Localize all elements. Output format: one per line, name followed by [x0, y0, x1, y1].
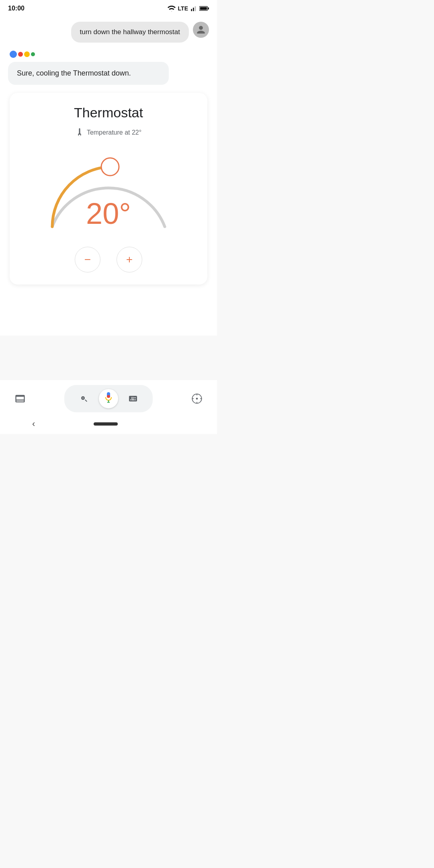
- svg-rect-1: [193, 8, 194, 11]
- compass-button[interactable]: [189, 391, 205, 407]
- battery-icon: [199, 6, 209, 11]
- dot-green: [31, 52, 35, 56]
- increase-temp-button[interactable]: +: [117, 247, 142, 272]
- status-time: 10:00: [8, 5, 25, 12]
- temp-display: 20°: [86, 197, 131, 231]
- bottom-bar: ‹: [0, 380, 217, 434]
- decrease-temp-button[interactable]: −: [75, 247, 100, 272]
- thermometer-icon: [76, 127, 84, 138]
- dot-red: [18, 52, 23, 57]
- assistant-bubble: Sure, cooling the Thermostat down.: [8, 62, 169, 85]
- thermostat-controls: − +: [75, 247, 142, 272]
- assistant-row: Sure, cooling the Thermostat down.: [8, 51, 209, 85]
- svg-point-7: [82, 397, 84, 399]
- svg-rect-0: [191, 9, 192, 11]
- dot-blue: [10, 51, 17, 58]
- dot-yellow: [24, 51, 30, 57]
- microphone-button[interactable]: [99, 389, 118, 408]
- thermostat-card: Thermostat Temperature at 22° 20° − +: [10, 93, 207, 285]
- user-avatar: [193, 22, 209, 38]
- nav-bar: ‹: [8, 417, 209, 431]
- lte-label: LTE: [178, 5, 188, 12]
- svg-point-6: [101, 158, 119, 176]
- input-toolbar: [64, 385, 153, 412]
- camera-search-button[interactable]: [76, 391, 92, 407]
- chat-area: turn down the hallway thermostat Sure, c…: [0, 15, 217, 336]
- signal-icon: [190, 5, 197, 12]
- user-bubble: turn down the hallway thermostat: [71, 22, 189, 43]
- svg-rect-4: [208, 7, 209, 9]
- thermostat-title: Thermostat: [74, 105, 143, 121]
- back-button[interactable]: ‹: [32, 419, 35, 429]
- inbox-button[interactable]: [12, 391, 28, 407]
- user-message-row: turn down the hallway thermostat: [8, 22, 209, 43]
- status-bar: 10:00 LTE: [0, 0, 217, 15]
- temp-label: Temperature at 22°: [87, 129, 141, 136]
- google-dots: [8, 51, 209, 58]
- svg-rect-5: [200, 7, 207, 10]
- temp-label-row: Temperature at 22°: [76, 127, 141, 138]
- svg-rect-9: [107, 395, 110, 398]
- wifi-icon: [168, 5, 176, 12]
- svg-point-13: [196, 398, 198, 400]
- keyboard-button[interactable]: [125, 391, 141, 407]
- dial-container: 20°: [40, 146, 177, 235]
- home-pill[interactable]: [94, 422, 118, 426]
- svg-rect-2: [195, 6, 196, 11]
- status-icons: LTE: [168, 5, 209, 12]
- bottom-spacer: [0, 336, 217, 380]
